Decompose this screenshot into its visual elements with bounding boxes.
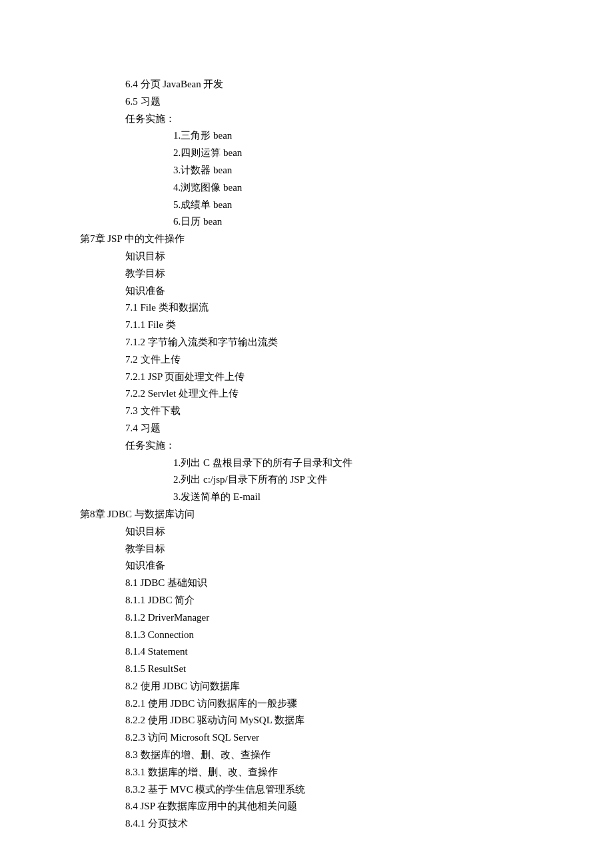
toc-section-item: 8.2.2 使用 JDBC 驱动访问 MySQL 数据库 [80,712,560,729]
toc-section-item: 8.1.1 JDBC 简介 [80,592,560,609]
toc-section-item: 8.1.2 DriverManager [80,609,560,627]
toc-section-item: 教学目标 [80,265,560,283]
toc-section-item: 8.3.2 基于 MVC 模式的学生信息管理系统 [80,781,560,799]
toc-chapter-heading: 第7章 JSP 中的文件操作 [80,231,560,248]
toc-task-item: 1.列出 C 盘根目录下的所有子目录和文件 [80,455,560,472]
toc-section-item: 8.2.1 使用 JDBC 访问数据库的一般步骤 [80,695,560,713]
table-of-contents: 6.4 分页 JavaBean 开发6.5 习题任务实施：1.三角形 bean2… [80,76,560,833]
toc-section-item: 知识目标 [80,523,560,541]
toc-section-item: 8.2.3 访问 Microsoft SQL Server [80,729,560,747]
toc-section-item: 任务实施： [80,437,560,455]
document-page: 6.4 分页 JavaBean 开发6.5 习题任务实施：1.三角形 bean2… [0,0,613,868]
toc-section-item: 7.2 文件上传 [80,351,560,369]
toc-task-item: 4.浏览图像 bean [80,179,560,197]
toc-section-item: 8.1 JDBC 基础知识 [80,575,560,592]
toc-section-item: 8.4.1 分页技术 [80,815,560,833]
toc-section-item: 8.3 数据库的增、删、改、查操作 [80,747,560,764]
toc-section-item: 8.3.1 数据库的增、删、改、查操作 [80,764,560,781]
toc-section-item: 6.5 习题 [80,93,560,111]
toc-section-item: 7.3 文件下载 [80,403,560,420]
toc-section-item: 教学目标 [80,541,560,558]
toc-section-item: 6.4 分页 JavaBean 开发 [80,76,560,93]
toc-task-item: 1.三角形 bean [80,127,560,145]
toc-section-item: 8.1.5 ResultSet [80,661,560,678]
toc-chapter-heading: 第8章 JDBC 与数据库访问 [80,506,560,523]
toc-section-item: 任务实施： [80,111,560,128]
toc-section-item: 知识准备 [80,283,560,300]
toc-section-item: 8.2 使用 JDBC 访问数据库 [80,678,560,695]
toc-task-item: 3.发送简单的 E-mail [80,489,560,506]
toc-task-item: 2.四则运算 bean [80,145,560,162]
toc-section-item: 7.2.2 Servlet 处理文件上传 [80,385,560,403]
toc-section-item: 7.4 习题 [80,420,560,437]
toc-task-item: 3.计数器 bean [80,162,560,179]
toc-section-item: 8.4 JSP 在数据库应用中的其他相关问题 [80,798,560,815]
toc-task-item: 2.列出 c:/jsp/目录下所有的 JSP 文件 [80,471,560,489]
toc-section-item: 7.1.1 File 类 [80,317,560,334]
toc-task-item: 5.成绩单 bean [80,197,560,214]
toc-section-item: 8.1.3 Connection [80,627,560,644]
toc-section-item: 7.2.1 JSP 页面处理文件上传 [80,369,560,386]
toc-section-item: 知识准备 [80,557,560,575]
toc-section-item: 7.1 File 类和数据流 [80,299,560,317]
toc-task-item: 6.日历 bean [80,213,560,231]
toc-section-item: 知识目标 [80,248,560,265]
toc-section-item: 8.1.4 Statement [80,643,560,661]
toc-section-item: 7.1.2 字节输入流类和字节输出流类 [80,334,560,351]
